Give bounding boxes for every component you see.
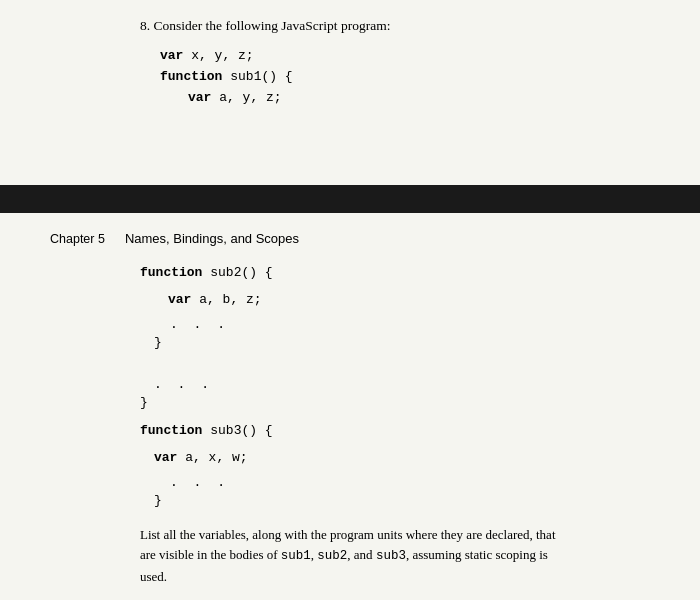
code-sub3: sub3 [376, 549, 406, 563]
dots-3: . . . [170, 475, 560, 490]
kw-var-4: var [154, 450, 177, 465]
close-brace-2: } [140, 392, 560, 413]
code-sub2: sub2 [317, 549, 347, 563]
code-func3-def: function sub3() { [140, 420, 560, 441]
kw-var-3: var [168, 292, 191, 307]
kw-function-1: function [160, 69, 222, 84]
code-line-func-sub1: function sub1() { [160, 67, 560, 88]
code-line-var-xyz: var x, y, z; [160, 46, 560, 67]
close-brace-1: } [154, 332, 560, 353]
code-block-top: var x, y, z; function sub1() { var a, y,… [160, 46, 560, 108]
code-func-sub1-rest: sub1() { [222, 69, 292, 84]
chapter-title: Names, Bindings, and Scopes [125, 231, 299, 246]
kw-function-3: function [140, 423, 202, 438]
main-content: function sub2() { var a, b, z; . . . } .… [0, 262, 700, 587]
code-func2-def: function sub2() { [140, 262, 560, 283]
kw-var-2: var [188, 90, 211, 105]
code-sub1: sub1 [281, 549, 311, 563]
code-var-xyz: x, y, z; [183, 48, 253, 63]
kw-function-2: function [140, 265, 202, 280]
bottom-section: Chapter 5 Names, Bindings, and Scopes fu… [0, 213, 700, 587]
question-paragraph: List all the variables, along with the p… [140, 525, 560, 587]
section-divider [0, 185, 700, 213]
code-line-var-ayz: var a, y, z; [188, 88, 560, 109]
func2-rest: sub2() { [202, 265, 272, 280]
func3-rest: sub3() { [202, 423, 272, 438]
dots-1: . . . [170, 317, 560, 332]
dots-2: . . . [154, 377, 560, 392]
question-text: 8. Consider the following JavaScript pro… [140, 18, 560, 34]
close-brace-3: } [154, 490, 560, 511]
chapter-label: Chapter 5 [50, 232, 105, 246]
func3-var-rest: a, x, w; [177, 450, 247, 465]
code-func2-var: var a, b, z; [168, 289, 560, 310]
func2-var-rest: a, b, z; [191, 292, 261, 307]
code-func3-var: var a, x, w; [154, 447, 560, 468]
chapter-header: Chapter 5 Names, Bindings, and Scopes [0, 231, 700, 246]
kw-var-1: var [160, 48, 183, 63]
code-var-ayz-rest: a, y, z; [211, 90, 281, 105]
top-section: 8. Consider the following JavaScript pro… [0, 0, 700, 185]
